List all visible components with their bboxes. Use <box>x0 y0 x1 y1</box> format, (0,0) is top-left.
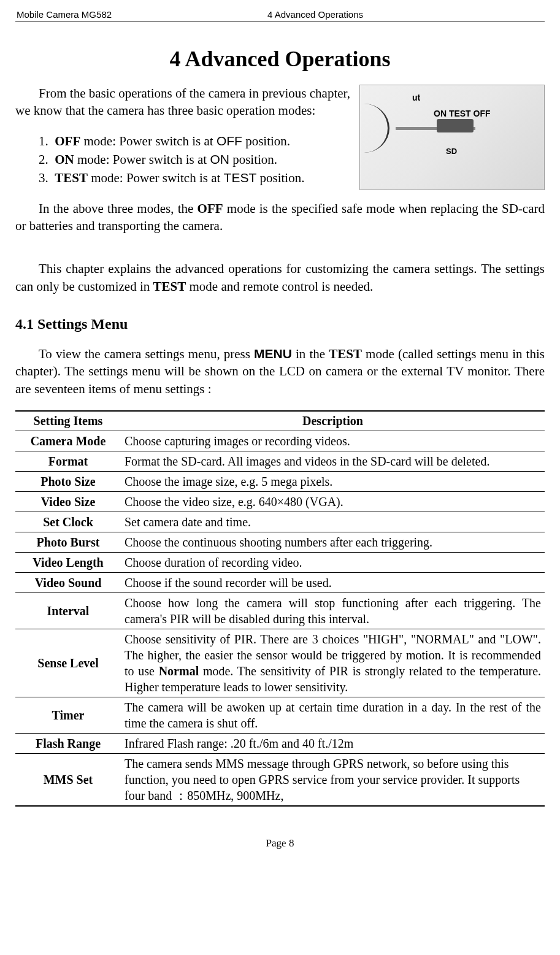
table-row: Photo BurstChoose the continuous shootin… <box>15 532 545 553</box>
header-divider <box>15 21 545 21</box>
switch-diagram: ut ON TEST OFF SD <box>359 85 545 190</box>
off-mode-paragraph: In the above three modes, the OFF mode i… <box>15 200 545 235</box>
table-header-items: Setting Items <box>15 411 121 431</box>
table-row: Photo SizeChoose the image size, e.g. 5 … <box>15 472 545 492</box>
diagram-label-ontestoff: ON TEST OFF <box>434 109 491 118</box>
diagram-slider <box>437 119 474 132</box>
table-row: FormatFormat the SD-card. All images and… <box>15 451 545 472</box>
table-row: TimerThe camera will be awoken up at cer… <box>15 697 545 734</box>
page-header: Mobile Camera MG582 4 Advanced Operation… <box>15 9 545 20</box>
diagram-label-nut: ut <box>412 93 420 102</box>
table-row: IntervalChoose how long the camera will … <box>15 593 545 629</box>
section-body: To view the camera settings menu, press … <box>15 345 545 397</box>
diagram-label-sd: SD <box>446 147 457 156</box>
section-title: 4.1 Settings Menu <box>15 316 545 332</box>
table-row: Video SoundChoose if the sound recorder … <box>15 573 545 593</box>
table-row: Camera ModeChoose capturing images or re… <box>15 431 545 451</box>
settings-table: Setting Items Description Camera ModeCho… <box>15 410 545 807</box>
table-header-desc: Description <box>121 411 545 431</box>
chapter-explain-paragraph: This chapter explains the advanced opera… <box>15 260 545 295</box>
header-product: Mobile Camera MG582 <box>17 9 112 20</box>
table-row: MMS SetThe camera sends MMS message thro… <box>15 754 545 807</box>
chapter-title: 4 Advanced Operations <box>15 46 545 72</box>
page-footer: Page 8 <box>15 837 545 850</box>
table-row: Flash RangeInfrared Flash range: .20 ft.… <box>15 734 545 754</box>
table-row: Video SizeChoose the video size, e.g. 64… <box>15 492 545 512</box>
table-row: Set ClockSet camera date and time. <box>15 512 545 532</box>
table-header-row: Setting Items Description <box>15 411 545 431</box>
table-row: Sense LevelChoose sensitivity of PIR. Th… <box>15 629 545 697</box>
diagram-arc <box>359 104 389 153</box>
header-chapter: 4 Advanced Operations <box>161 9 470 20</box>
table-row: Video LengthChoose duration of recording… <box>15 553 545 573</box>
